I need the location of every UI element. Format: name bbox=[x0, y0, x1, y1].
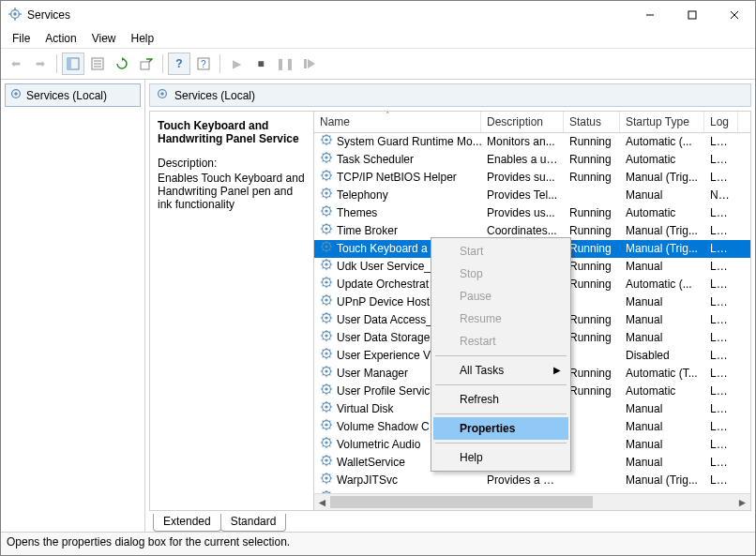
column-startup-type[interactable]: Startup Type bbox=[620, 112, 704, 132]
cell-startup-type: Manual bbox=[620, 489, 704, 493]
properties-button[interactable] bbox=[86, 53, 109, 75]
svg-line-52 bbox=[323, 171, 324, 172]
column-status[interactable]: Status bbox=[564, 112, 620, 132]
svg-point-1 bbox=[13, 12, 17, 16]
service-gear-icon bbox=[320, 400, 333, 418]
column-description[interactable]: Description bbox=[481, 112, 564, 132]
svg-line-175 bbox=[329, 384, 330, 385]
services-app-icon bbox=[8, 8, 22, 23]
table-row[interactable]: System Guard Runtime Mo...Monitors an...… bbox=[314, 133, 750, 151]
cell-log-on-as: Loca bbox=[704, 347, 738, 365]
cell-name: TCP/IP NetBIOS Helper bbox=[314, 169, 481, 187]
table-row[interactable]: WarpJITSvcProvides a JI...Manual (Trig..… bbox=[314, 472, 750, 489]
cell-startup-type: Manual bbox=[620, 400, 704, 418]
svg-point-137 bbox=[325, 334, 327, 337]
stop-service-button[interactable]: ■ bbox=[249, 53, 272, 75]
tab-extended[interactable]: Extended bbox=[153, 514, 221, 532]
svg-line-165 bbox=[329, 367, 330, 368]
service-name: Task Scheduler bbox=[337, 151, 414, 169]
svg-line-83 bbox=[329, 232, 330, 233]
back-button[interactable]: ⬅ bbox=[5, 53, 27, 75]
svg-line-162 bbox=[323, 367, 324, 368]
help-topic-button[interactable]: ? bbox=[192, 53, 215, 75]
svg-line-72 bbox=[323, 206, 324, 207]
scroll-track[interactable] bbox=[330, 494, 734, 510]
refresh-button[interactable] bbox=[111, 53, 133, 75]
cm-restart[interactable]: Restart bbox=[433, 330, 568, 353]
forward-button[interactable]: ➡ bbox=[29, 53, 52, 75]
svg-line-64 bbox=[323, 196, 324, 197]
cell-startup-type: Manual (Trig... bbox=[620, 169, 704, 187]
svg-line-93 bbox=[329, 249, 330, 250]
table-row[interactable]: TelephonyProvides Tel...ManualNetv bbox=[314, 187, 750, 204]
service-name: WalletService bbox=[337, 454, 405, 472]
cm-start[interactable]: Start bbox=[433, 240, 568, 263]
svg-line-122 bbox=[323, 295, 324, 296]
cm-refresh[interactable]: Refresh bbox=[433, 388, 568, 411]
help-button[interactable]: ? bbox=[168, 53, 190, 75]
table-row[interactable]: ThemesProvides us...RunningAutomaticLoca bbox=[314, 204, 750, 222]
menu-help[interactable]: Help bbox=[124, 30, 162, 47]
scroll-right-button[interactable]: ► bbox=[734, 494, 750, 510]
sort-indicator-icon: ˄ bbox=[386, 111, 390, 120]
cm-stop[interactable]: Stop bbox=[433, 263, 568, 285]
cell-status: Running bbox=[564, 329, 620, 347]
svg-line-82 bbox=[323, 224, 324, 225]
close-button[interactable] bbox=[713, 1, 755, 29]
start-service-button[interactable]: ▶ bbox=[225, 53, 248, 75]
svg-line-105 bbox=[329, 260, 330, 261]
horizontal-scrollbar[interactable]: ◄ ► bbox=[314, 493, 750, 510]
cell-startup-type: Automatic bbox=[620, 151, 704, 169]
service-gear-icon bbox=[320, 204, 333, 222]
console-tree: Services (Local) bbox=[1, 80, 145, 532]
cm-properties[interactable]: Properties bbox=[433, 417, 568, 440]
svg-line-102 bbox=[323, 260, 324, 261]
maximize-button[interactable] bbox=[671, 1, 713, 29]
menu-action[interactable]: Action bbox=[38, 30, 83, 47]
cell-startup-type: Automatic bbox=[620, 204, 704, 222]
cell-startup-type: Manual bbox=[620, 187, 704, 204]
scroll-thumb[interactable] bbox=[330, 496, 593, 508]
svg-line-92 bbox=[323, 242, 324, 243]
service-name: WarpJITSvc bbox=[337, 472, 398, 489]
scroll-left-button[interactable]: ◄ bbox=[314, 494, 330, 510]
cm-pause[interactable]: Pause bbox=[433, 285, 568, 308]
column-name[interactable]: Name bbox=[314, 112, 481, 132]
svg-line-85 bbox=[329, 224, 330, 225]
svg-point-207 bbox=[325, 458, 327, 461]
column-log-on-as[interactable]: Log bbox=[704, 112, 738, 132]
cm-resume[interactable]: Resume bbox=[433, 308, 568, 330]
svg-line-74 bbox=[323, 214, 324, 215]
svg-line-213 bbox=[329, 463, 330, 464]
export-button[interactable] bbox=[135, 53, 158, 75]
tab-standard[interactable]: Standard bbox=[220, 514, 287, 532]
menu-file[interactable]: File bbox=[5, 30, 38, 47]
pause-service-button[interactable]: ❚❚ bbox=[274, 53, 296, 75]
minimize-button[interactable] bbox=[628, 1, 671, 29]
cm-help[interactable]: Help bbox=[433, 446, 568, 469]
cell-status bbox=[564, 187, 620, 204]
svg-text:?: ? bbox=[201, 59, 206, 69]
service-name: Themes bbox=[337, 204, 377, 222]
cm-all-tasks[interactable]: All Tasks▶ bbox=[433, 359, 568, 382]
restart-service-button[interactable] bbox=[298, 53, 321, 75]
svg-point-177 bbox=[325, 405, 327, 408]
tree-root-label: Services (Local) bbox=[26, 89, 107, 102]
svg-line-75 bbox=[329, 206, 330, 207]
svg-line-62 bbox=[323, 188, 324, 189]
svg-line-73 bbox=[329, 214, 330, 215]
show-hide-tree-button[interactable] bbox=[62, 53, 84, 75]
svg-point-77 bbox=[325, 227, 327, 230]
tree-root-services-local[interactable]: Services (Local) bbox=[5, 83, 141, 107]
list-body[interactable]: System Guard Runtime Mo...Monitors an...… bbox=[314, 133, 750, 493]
cell-startup-type: Manual (Trig... bbox=[620, 240, 704, 258]
svg-line-45 bbox=[329, 153, 330, 154]
cell-log-on-as: Loca bbox=[704, 151, 738, 169]
table-row[interactable]: Task SchedulerEnables a us...RunningAuto… bbox=[314, 151, 750, 169]
svg-point-217 bbox=[325, 476, 327, 479]
table-row[interactable]: Web Account ManagerThis service ...Runni… bbox=[314, 489, 750, 493]
cell-startup-type: Manual (Trig... bbox=[620, 222, 704, 240]
menu-view[interactable]: View bbox=[84, 30, 124, 47]
table-row[interactable]: TCP/IP NetBIOS HelperProvides su...Runni… bbox=[314, 169, 750, 187]
cell-status: Running bbox=[564, 169, 620, 187]
